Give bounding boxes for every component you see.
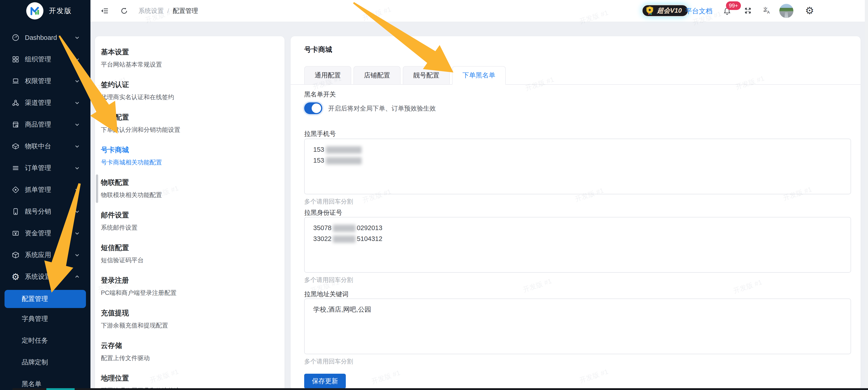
tab-shop[interactable]: 店铺配置	[353, 66, 401, 85]
settings-group-desc: 平台网站基本常规设置	[101, 60, 278, 69]
phone-prefix: 153	[313, 146, 324, 153]
fullscreen-icon[interactable]	[743, 6, 753, 16]
settings-group-cardmall-active[interactable]: 号卡商城 号卡商城相关功能配置	[101, 145, 278, 167]
translate-icon[interactable]: 文A	[762, 5, 772, 15]
sidebar-item-order[interactable]: 订单管理	[0, 157, 90, 179]
idcard-blacklist-textarea[interactable]: 350780292013 330225104312	[304, 217, 851, 273]
address-blacklist-label: 拉黑地址关键词	[304, 290, 348, 299]
menu-collapse-icon[interactable]	[100, 6, 110, 16]
address-blacklist-hint: 多个请用回车分割	[304, 357, 353, 365]
sidebar-item-label: 权限管理	[25, 77, 51, 86]
settings-group-mail[interactable]: 邮件设置 系统邮件设置	[101, 211, 278, 232]
settings-group-desc: 代理商实名认证和在线签约	[101, 93, 278, 102]
share-nodes-icon	[11, 99, 20, 107]
sidebar-item-label: 系统应用	[25, 250, 51, 259]
tab-general[interactable]: 通用配置	[304, 66, 351, 85]
sidebar-subitem-cron[interactable]: 定时任务	[0, 330, 90, 352]
blurred-digits	[326, 146, 362, 154]
settings-group-marketing[interactable]: 营销配置 下单默认分润和分销功能设置	[101, 113, 278, 134]
tab-prettynumber[interactable]: 靓号配置	[403, 66, 450, 85]
tab-label: 店铺配置	[364, 71, 390, 80]
sidebar-item-syssettings[interactable]: ⚙ 系统设置	[0, 266, 90, 288]
id-suffix: 5104312	[357, 235, 382, 242]
settings-group-login[interactable]: 登录注册 PC端和商户端登录注册配置	[101, 276, 278, 297]
save-button[interactable]: 保存更新	[304, 374, 346, 389]
money-frame-icon	[11, 229, 20, 238]
breadcrumb-root[interactable]: 系统设置	[138, 6, 164, 15]
sidebar-item-sysapp[interactable]: 系统应用	[0, 244, 90, 266]
phone-prefix: 153	[313, 157, 324, 164]
id-prefix: 33022	[313, 235, 332, 242]
gear-icon: ⚙	[11, 273, 20, 281]
chevron-down-icon	[74, 230, 80, 236]
platform-docs-link[interactable]: 平台文档	[685, 6, 712, 16]
sidebar-subitem-label: 字典管理	[22, 314, 48, 324]
phone-blacklist-textarea[interactable]: 153 153	[304, 139, 851, 194]
settings-group-title: 号卡商城	[101, 145, 278, 155]
diamond-dot-icon	[11, 186, 20, 194]
sidebar-item-org[interactable]: 组织管理	[0, 49, 90, 70]
settings-group-desc: 下单默认分润和分销功能设置	[101, 126, 278, 134]
settings-group-title: 地理位置	[101, 374, 278, 383]
settings-group-storage[interactable]: 云存储 配置上传文件驱动	[101, 341, 278, 362]
sidebar-subitem-blacklist[interactable]: 黑名单	[0, 373, 90, 390]
sidebar-item-iot[interactable]: 物联中台	[0, 135, 90, 157]
chevron-down-icon	[74, 121, 80, 128]
sidebar-item-dashboard[interactable]: Dashboard	[0, 27, 90, 49]
address-blacklist-textarea[interactable]: 学校,酒店,网吧,公园	[304, 299, 851, 354]
sidebar-item-label: 物联中台	[25, 142, 51, 151]
blurred-digits	[333, 235, 355, 243]
refresh-icon[interactable]	[119, 6, 129, 16]
settings-group-recharge[interactable]: 充值提现 下游余额充值和提现配置	[101, 308, 278, 330]
idcard-blacklist-label: 拉黑身份证号	[304, 208, 342, 217]
sidebar-subitem-brand[interactable]: 品牌定制	[0, 352, 90, 373]
tab-label: 靓号配置	[413, 71, 439, 80]
sidebar-subitem-config-active[interactable]: 配置管理	[4, 290, 86, 308]
sidebar: 开发版 Dashboard 组织管理 权限管理 渠道管理	[0, 0, 90, 390]
blacklist-switch-label: 黑名单开关	[304, 90, 336, 99]
breadcrumb-separator: /	[167, 7, 169, 15]
settings-group-iot[interactable]: 物联配置 物联模块相关功能配置	[101, 178, 278, 199]
chevron-down-icon	[74, 208, 80, 215]
textarea-line: 153	[313, 144, 842, 155]
breadcrumb: 系统设置 / 配置管理	[138, 6, 198, 15]
settings-gear-icon[interactable]: ⚙	[805, 5, 814, 16]
settings-group-title: 营销配置	[101, 113, 278, 122]
settings-group-title: 短信配置	[101, 243, 278, 252]
id-suffix: 0292013	[357, 224, 382, 231]
sidebar-subitem-dictionary[interactable]: 字典管理	[0, 308, 90, 330]
chevron-down-icon	[74, 252, 80, 258]
settings-group-title: 邮件设置	[101, 211, 278, 220]
sidebar-item-label: 商品管理	[25, 120, 51, 129]
sidebar-item-goods[interactable]: 商品管理	[0, 114, 90, 135]
settings-group-sign[interactable]: 签约认证 代理商实名认证和在线签约	[101, 80, 278, 102]
settings-group-desc: 短信验证码平台	[101, 256, 278, 264]
sidebar-item-channel[interactable]: 渠道管理	[0, 92, 90, 114]
sidebar-item-label: 渠道管理	[25, 98, 51, 107]
settings-group-geo[interactable]: 地理位置 配置地理位置工具和物流轨迹	[101, 374, 278, 390]
settings-group-basic[interactable]: 基本设置 平台网站基本常规设置	[101, 48, 278, 69]
smartphone-icon	[11, 207, 20, 216]
sidebar-item-number-dist[interactable]: 靓号分销	[0, 201, 90, 222]
sidebar-item-funds[interactable]: 资金管理	[0, 222, 90, 244]
phone-blacklist-hint: 多个请用回车分割	[304, 197, 353, 206]
settings-nav-panel: 基本设置 平台网站基本常规设置 签约认证 代理商实名认证和在线签约 营销配置 下…	[95, 36, 284, 390]
package-box-icon	[11, 251, 20, 259]
tab-order-blacklist-active[interactable]: 下单黑名单	[452, 66, 506, 85]
cube-wire-icon	[11, 142, 20, 150]
list-scrollbar-thumb[interactable]	[96, 174, 98, 203]
card-mall-panel: 号卡商城 通用配置 店铺配置 靓号配置 下单黑名单 黑名单开关 开启后将对全局下…	[290, 36, 861, 390]
settings-group-desc: 物联模块相关功能配置	[101, 191, 278, 199]
textarea-line: 学校,酒店,网吧,公园	[313, 304, 842, 315]
textarea-line: 330225104312	[313, 233, 842, 244]
sidebar-item-grab[interactable]: 抓单管理	[0, 179, 90, 201]
sidebar-item-label: 组织管理	[25, 55, 51, 64]
user-avatar[interactable]	[779, 4, 794, 18]
settings-group-sms[interactable]: 短信配置 短信验证码平台	[101, 243, 278, 264]
vip-badge-label: 超会V10	[657, 6, 682, 15]
dashboard-gauge-icon	[11, 33, 20, 42]
page-title: 号卡商城	[304, 45, 332, 54]
blacklist-toggle[interactable]	[304, 102, 322, 114]
sidebar-item-permission[interactable]: 权限管理	[0, 70, 90, 92]
vip-badge[interactable]: 超会V10	[642, 4, 688, 17]
